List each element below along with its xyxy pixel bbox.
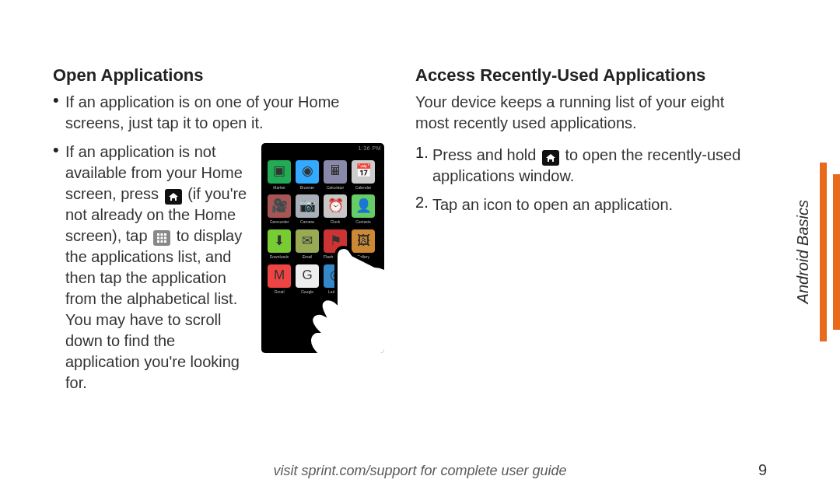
- apps-grid-icon: [153, 230, 170, 246]
- svg-rect-3: [157, 236, 159, 239]
- open-apps-bullet-1: If an application is on one of your Home…: [53, 92, 384, 134]
- page-number: 9: [758, 461, 767, 479]
- hand-illustration: [297, 240, 384, 353]
- phone-app-icon: ◉Browser: [296, 160, 319, 191]
- tab-bar-orange-1: [820, 163, 827, 341]
- bullet-text: If an application is on one of your Home…: [65, 93, 339, 131]
- recent-apps-heading: Access Recently-Used Applications: [415, 64, 747, 87]
- left-column: Open Applications If an application is o…: [53, 64, 384, 457]
- bullet2-text-c: to display the applications list, and th…: [65, 227, 242, 391]
- phone-status-time: 1:36 PM: [358, 145, 381, 152]
- svg-rect-7: [161, 240, 163, 243]
- svg-rect-6: [157, 240, 159, 243]
- recent-apps-step-1: Press and hold to open the recently-used…: [415, 145, 747, 187]
- svg-rect-5: [164, 236, 166, 239]
- phone-app-icon: 📷Camera: [296, 194, 319, 225]
- phone-app-icon: 👤Contacts: [352, 194, 375, 225]
- phone-app-icon: 🖩Calculator: [324, 160, 347, 191]
- phone-app-icon: MGmail: [268, 264, 291, 295]
- open-apps-bullet-2: 1:36 PM ▣Market◉Browser🖩Calculator📅Calen…: [53, 142, 384, 394]
- right-column: Access Recently-Used Applications Your d…: [415, 64, 747, 457]
- phone-app-icon: ⬇Downloads: [268, 229, 291, 260]
- svg-rect-2: [164, 233, 166, 236]
- tab-bar-gap: [827, 163, 833, 341]
- phone-app-icon: 🎥Camcorder: [268, 194, 291, 225]
- phone-app-icon: ▣Market: [268, 160, 291, 191]
- svg-rect-4: [161, 236, 163, 239]
- phone-app-icon: 📅Calendar: [352, 160, 375, 191]
- footer-text: visit sprint.com/support for complete us…: [0, 463, 840, 479]
- step1-text-a: Press and hold: [432, 146, 541, 163]
- step2-text: Tap an icon to open an application.: [432, 196, 673, 213]
- svg-rect-1: [161, 233, 163, 236]
- section-side-tab: Android Basics: [794, 163, 840, 341]
- open-apps-heading: Open Applications: [53, 64, 384, 87]
- recent-apps-step-2: Tap an icon to open an application.: [415, 194, 747, 215]
- home-icon: [542, 150, 559, 166]
- svg-rect-8: [164, 240, 166, 243]
- tab-bar-orange-2: [833, 174, 840, 330]
- phone-app-icon: ⏰Clock: [324, 194, 347, 225]
- section-tab-label: Android Basics: [794, 200, 812, 303]
- home-icon: [165, 189, 182, 205]
- recent-apps-intro: Your device keeps a running list of your…: [415, 92, 747, 134]
- svg-rect-0: [157, 233, 159, 236]
- phone-illustration: 1:36 PM ▣Market◉Browser🖩Calculator📅Calen…: [261, 143, 384, 353]
